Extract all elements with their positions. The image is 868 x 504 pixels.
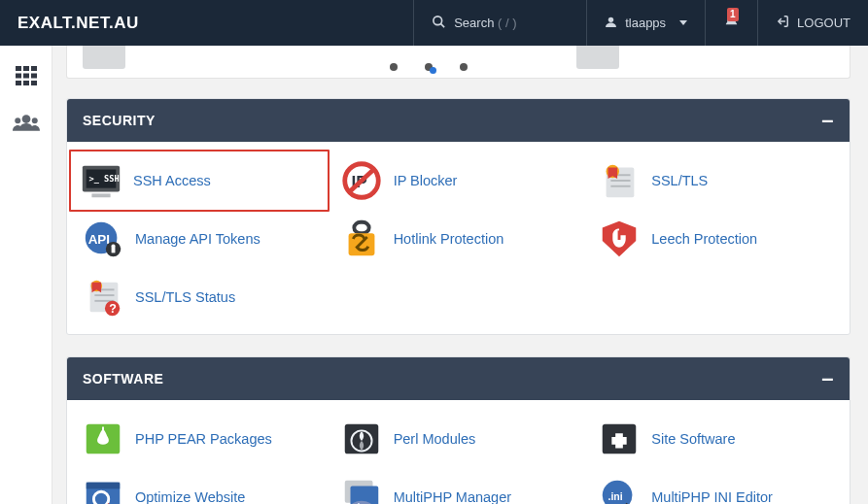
item-label: Site Software (651, 431, 735, 447)
sidebar-users-button[interactable] (13, 110, 40, 135)
security-panel: SECURITY – >_ SSH SSH Access (66, 98, 851, 335)
logout-button[interactable]: LOGOUT (757, 0, 868, 46)
item-ip-blocker[interactable]: IP IP Blocker (330, 151, 588, 210)
svg-text:?: ? (109, 302, 117, 316)
search-label: Search (454, 16, 494, 30)
item-manage-api-tokens[interactable]: API Manage API Tokens (71, 210, 330, 268)
notification-count: 1 (727, 8, 739, 21)
security-panel-header[interactable]: SECURITY – (67, 99, 850, 142)
site-software-icon (597, 418, 642, 460)
svg-text:.ini: .ini (608, 490, 623, 502)
svg-rect-10 (16, 81, 21, 85)
svg-rect-5 (23, 66, 29, 71)
item-label: MultiPHP Manager (394, 489, 511, 504)
item-perl-modules[interactable]: Perl Modules (330, 410, 588, 468)
svg-point-0 (434, 16, 442, 24)
svg-rect-33 (354, 222, 368, 234)
item-ssl-tls-status[interactable]: ? SSL/TLS Status (71, 268, 330, 326)
svg-point-15 (31, 118, 37, 123)
item-label: Perl Modules (394, 431, 476, 447)
notifications-button[interactable]: 1 (705, 0, 757, 46)
hotlink-icon (339, 218, 384, 260)
item-label: MultiPHP INI Editor (651, 489, 773, 504)
item-ssl-tls[interactable]: SSL/TLS (587, 151, 846, 210)
svg-rect-11 (23, 81, 29, 85)
user-icon (605, 16, 617, 31)
panel-title: SOFTWARE (83, 371, 163, 386)
search-icon (432, 15, 446, 32)
svg-rect-9 (31, 74, 37, 79)
item-label: Leech Protection (651, 231, 757, 247)
item-php-pear-packages[interactable]: PHP PEAR Packages (71, 410, 330, 468)
logout-label: LOGOUT (797, 16, 851, 30)
item-optimize-website[interactable]: Optimize Website (71, 468, 330, 504)
item-ssh-access[interactable]: >_ SSH SSH Access (69, 150, 330, 212)
brand[interactable]: EXALT.NET.AU (0, 0, 156, 46)
svg-rect-45 (102, 427, 104, 431)
panel-title: SECURITY (83, 113, 156, 128)
sidebar (0, 46, 52, 504)
item-site-software[interactable]: Site Software (587, 410, 846, 468)
item-label: Hotlink Protection (394, 231, 504, 247)
svg-rect-12 (31, 81, 37, 85)
optimize-website-icon (81, 476, 125, 504)
perl-modules-icon (339, 418, 384, 460)
username: tlaapps (625, 16, 666, 30)
svg-point-13 (21, 115, 30, 123)
item-hotlink-protection[interactable]: Hotlink Protection (330, 210, 588, 268)
svg-rect-7 (16, 74, 21, 79)
svg-rect-36 (618, 230, 621, 240)
svg-rect-19 (91, 193, 110, 197)
item-label: IP Blocker (394, 173, 458, 188)
svg-rect-4 (16, 66, 21, 71)
caret-down-icon (679, 20, 687, 25)
svg-line-1 (441, 23, 445, 27)
software-panel-header[interactable]: SOFTWARE – (67, 357, 850, 400)
item-label: Manage API Tokens (135, 231, 260, 247)
software-panel: SOFTWARE – PHP PEAR Packages (66, 356, 851, 504)
ssl-status-icon: ? (81, 276, 125, 319)
logout-icon (776, 15, 789, 31)
item-label: SSL/TLS (651, 173, 708, 188)
ssh-access-icon: >_ SSH (79, 159, 123, 202)
collapse-icon[interactable]: – (821, 368, 834, 389)
item-multiphp-ini-editor[interactable]: .ini MultiPHP INI Editor (587, 468, 846, 504)
partial-panel-above (66, 46, 851, 79)
main-content: SECURITY – >_ SSH SSH Access (52, 46, 868, 504)
ip-blocker-icon: IP (339, 159, 384, 202)
multiphp-manager-icon: php (339, 476, 384, 504)
leech-icon (597, 218, 642, 260)
item-leech-protection[interactable]: Leech Protection (587, 210, 846, 268)
svg-rect-50 (87, 483, 121, 489)
php-pear-icon (81, 418, 125, 460)
collapse-icon[interactable]: – (821, 110, 834, 131)
item-label: Optimize Website (135, 489, 245, 504)
item-label: SSH Access (133, 173, 211, 188)
svg-point-14 (15, 118, 20, 123)
sidebar-apps-button[interactable] (13, 63, 40, 88)
svg-point-2 (608, 17, 613, 21)
item-multiphp-manager[interactable]: php MultiPHP Manager (330, 468, 588, 504)
item-label: PHP PEAR Packages (135, 431, 272, 447)
topbar: EXALT.NET.AU Search ( / ) tlaapps 1 LOGO… (0, 0, 868, 46)
search-hint: ( / ) (498, 16, 517, 30)
item-label: SSL/TLS Status (135, 289, 235, 305)
svg-rect-6 (31, 66, 37, 71)
global-search[interactable]: Search ( / ) (413, 0, 586, 46)
svg-text:API: API (88, 232, 110, 247)
user-menu[interactable]: tlaapps (586, 0, 705, 46)
svg-rect-8 (23, 74, 29, 79)
ssl-tls-icon (597, 159, 642, 202)
svg-text:>_ SSH: >_ SSH (89, 174, 120, 184)
svg-rect-32 (112, 248, 116, 253)
api-tokens-icon: API (81, 218, 125, 260)
multiphp-ini-icon: .ini (597, 476, 642, 504)
